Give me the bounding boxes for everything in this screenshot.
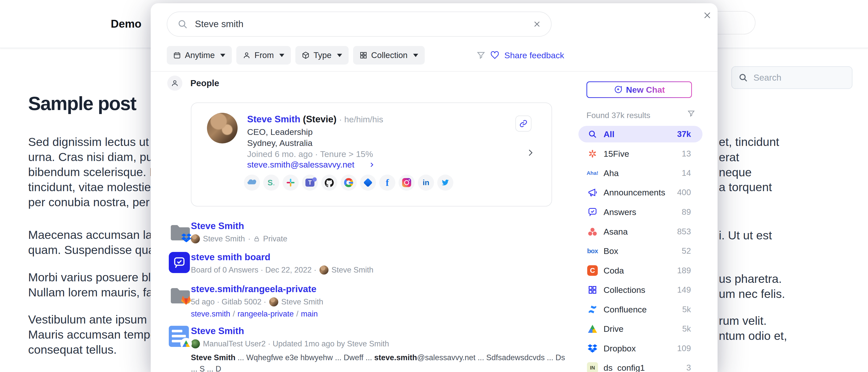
person-nickname: (Stevie) xyxy=(303,114,337,124)
facet-collections[interactable]: Collections149 xyxy=(579,282,703,298)
heart-icon[interactable] xyxy=(490,51,499,60)
folder-icon xyxy=(169,286,190,303)
copy-profile-link-button[interactable] xyxy=(516,116,531,132)
facet-box[interactable]: box Box52 xyxy=(579,243,703,259)
filter-collection[interactable]: Collection xyxy=(353,46,425,65)
facet-asana[interactable]: Asana853 xyxy=(579,223,703,240)
facet-answers[interactable]: Answers89 xyxy=(579,204,703,220)
salesforce-icon[interactable] xyxy=(244,175,260,191)
article-line-fragment: a torquent xyxy=(719,180,772,195)
share-feedback-link[interactable]: Share feedback xyxy=(504,51,564,60)
page-search-box[interactable] xyxy=(732,66,852,89)
article-line-fragment: um nec felis. xyxy=(719,286,785,302)
s-dot-icon[interactable]: S. xyxy=(263,175,279,191)
chevron-down-icon xyxy=(279,54,284,57)
new-chat-button[interactable]: New Chat xyxy=(586,82,692,98)
breadcrumb-link[interactable]: steve.smith xyxy=(191,309,230,318)
answers-board-icon xyxy=(169,252,190,273)
person-icon xyxy=(243,52,250,59)
facet-aha[interactable]: Aha! Aha14 xyxy=(579,165,703,181)
microsoft-teams-icon[interactable]: T xyxy=(302,175,318,191)
facebook-icon[interactable]: f xyxy=(379,175,395,191)
person-name-link[interactable]: Steve Smith xyxy=(247,114,300,124)
result-title-link[interactable]: steve smith board xyxy=(191,251,271,263)
google-icon[interactable] xyxy=(341,175,356,191)
page-title: Sample post xyxy=(28,92,136,114)
filter-type[interactable]: Type xyxy=(296,46,349,65)
facet-drive[interactable]: Drive5k xyxy=(579,320,703,337)
breadcrumb-link[interactable]: rangeela-private xyxy=(237,309,293,318)
results-sidebar: New Chat Found 37k results All37k 15Five… xyxy=(579,3,703,372)
facet-15five[interactable]: 15Five13 xyxy=(579,146,703,162)
google-docs-icon xyxy=(169,326,189,347)
jira-icon[interactable] xyxy=(360,175,376,191)
answers-icon xyxy=(587,207,598,218)
expand-person-chevron[interactable] xyxy=(526,148,534,158)
dropbox-badge-icon xyxy=(181,234,191,242)
facet-dropbox[interactable]: Dropbox109 xyxy=(579,340,703,357)
result-title-link[interactable]: Steve Smith xyxy=(191,220,244,232)
chat-sparkle-icon xyxy=(614,85,623,94)
confluence-icon xyxy=(587,304,598,315)
asana-icon xyxy=(587,226,598,237)
filter-from[interactable]: From xyxy=(236,46,291,65)
facet-ds-config1[interactable]: IN ds_config13 xyxy=(579,360,703,372)
article-line-fragment: et, tincidunt xyxy=(719,134,779,150)
drive-icon xyxy=(587,323,598,334)
folder-icon xyxy=(169,223,190,240)
person-location: Sydney, Australia xyxy=(247,138,312,148)
calendar-icon xyxy=(173,52,181,59)
person-card: Steve Smith (Stevie) · he/him/his CEO, L… xyxy=(191,102,552,207)
social-links: S. T f in xyxy=(244,175,453,191)
facet-confluence[interactable]: Confluence5k xyxy=(579,301,703,318)
search-icon xyxy=(177,19,188,29)
avatar[interactable] xyxy=(207,113,238,144)
lock-icon xyxy=(253,236,260,242)
site-logo[interactable]: Demo xyxy=(111,0,142,48)
github-icon[interactable] xyxy=(321,175,337,191)
result-title-link[interactable]: Steve Smith xyxy=(191,325,244,337)
instagram-icon[interactable] xyxy=(399,175,415,191)
article-paragraph: Maecenas accumsan lacus squam. Suspendis… xyxy=(28,227,159,257)
coda-icon: C xyxy=(587,265,598,276)
results-count: Found 37k results xyxy=(586,111,650,120)
facet-all[interactable]: All37k xyxy=(579,126,703,143)
drive-badge-icon xyxy=(180,338,192,349)
slack-icon[interactable] xyxy=(283,175,299,191)
person-icon xyxy=(167,75,182,91)
person-role: CEO, Leadership xyxy=(247,127,313,137)
chevron-down-icon xyxy=(337,54,342,57)
avatar xyxy=(191,234,200,243)
filter-anytime[interactable]: Anytime xyxy=(167,46,232,65)
search-result: steve.smith/rangeela-private 5d ago · Gi… xyxy=(167,283,559,318)
breadcrumb-link[interactable]: main xyxy=(301,309,318,318)
collections-icon xyxy=(587,284,598,296)
breadcrumb: steve.smith/rangeela-private/main xyxy=(191,309,559,318)
clear-search-icon[interactable] xyxy=(533,20,541,28)
search-icon xyxy=(738,73,748,83)
article-paragraph: Morbi varius posuere blanditNullam lorem… xyxy=(28,270,159,300)
close-icon[interactable] xyxy=(701,9,713,21)
avatar xyxy=(191,339,200,348)
box-icon: box xyxy=(587,245,598,256)
linkedin-icon[interactable]: in xyxy=(418,175,434,191)
cube-icon xyxy=(302,52,309,59)
chevron-down-icon xyxy=(413,54,418,57)
facet-coda[interactable]: C Coda189 xyxy=(579,262,703,279)
megaphone-icon xyxy=(587,187,598,198)
funnel-icon[interactable] xyxy=(687,110,695,117)
gitlab-badge-icon xyxy=(181,296,191,305)
article-line-fragment: erat xyxy=(719,150,739,165)
result-title-link[interactable]: steve.smith/rangeela-private xyxy=(191,283,316,295)
modal-search-input[interactable] xyxy=(195,19,526,29)
15five-icon xyxy=(587,148,598,159)
facet-announcements[interactable]: Announcements400 xyxy=(579,184,703,201)
chevron-right-icon[interactable] xyxy=(368,161,375,168)
funnel-icon[interactable] xyxy=(477,51,485,60)
search-result: steve smith board Board of 0 Answers · D… xyxy=(167,251,559,275)
page-search-input[interactable] xyxy=(753,72,839,83)
person-email-link[interactable]: steve.smith@salessavvy.net xyxy=(247,160,354,169)
twitter-icon[interactable] xyxy=(437,175,453,191)
modal-search-bar[interactable] xyxy=(167,11,552,37)
filter-chips: Anytime From Type Collection xyxy=(167,46,425,65)
